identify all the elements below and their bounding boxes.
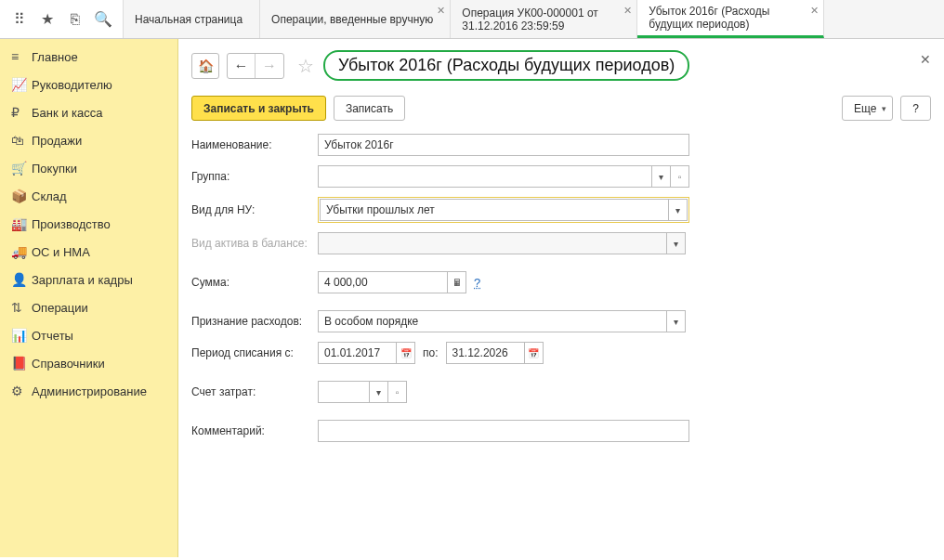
sidebar-item-main[interactable]: ≡Главное	[0, 43, 177, 71]
sidebar-item-label: Продажи	[32, 134, 82, 148]
sidebar-item-purchases[interactable]: 🛒Покупки	[0, 154, 177, 182]
form-header: 🏠 ← → ☆ Убыток 2016г (Расходы будущих пе…	[191, 50, 931, 81]
dropdown-icon[interactable]: ▾	[370, 381, 388, 403]
sidebar-item-label: Покупки	[32, 162, 77, 176]
sidebar-item-label: Руководителю	[32, 78, 112, 92]
dropdown-icon: ▾	[667, 232, 686, 254]
dropdown-icon[interactable]: ▾	[652, 165, 671, 188]
rec-input[interactable]: В особом порядке	[318, 310, 667, 332]
vidnu-input[interactable]: Убытки прошлых лет	[320, 199, 669, 221]
tab-label: Операция УК00-000001 от 31.12.2016 23:59…	[462, 7, 620, 33]
apps-icon[interactable]: ⠿	[7, 7, 32, 32]
close-icon[interactable]: ✕	[623, 4, 632, 17]
sidebar-item-reports[interactable]: 📊Отчеты	[0, 321, 177, 349]
sidebar-item-label: Операции	[32, 301, 88, 315]
sidebar-item-operations[interactable]: ⇅Операции	[0, 293, 177, 321]
top-toolbar: ⠿ ★ ⎘ 🔍 Начальная страница Операции, вве…	[0, 0, 944, 39]
sum-help-link[interactable]: ?	[474, 276, 480, 290]
favorite-star-icon[interactable]: ☆	[297, 55, 314, 77]
factory-icon: 🏭	[11, 216, 32, 231]
calculator-icon[interactable]: 🖩	[448, 271, 466, 293]
asset-label: Вид актива в балансе:	[191, 237, 318, 250]
cart-icon: 🛒	[11, 161, 32, 176]
sidebar-item-manager[interactable]: 📈Руководителю	[0, 71, 177, 98]
sidebar-item-label: Склад	[32, 189, 67, 203]
sidebar-item-production[interactable]: 🏭Производство	[0, 210, 177, 238]
acct-input[interactable]	[318, 381, 370, 403]
name-input[interactable]: Убыток 2016г	[318, 134, 689, 156]
sum-label: Сумма:	[191, 276, 318, 289]
back-button[interactable]: ←	[228, 54, 256, 78]
comment-input[interactable]	[318, 420, 689, 442]
book-icon: 📕	[11, 356, 32, 371]
tab-home[interactable]: Начальная страница	[124, 0, 260, 38]
sidebar-item-label: Администрирование	[32, 384, 147, 398]
tab-label: Операции, введенные вручную	[271, 13, 433, 26]
sidebar-item-label: Банк и касса	[32, 106, 103, 120]
more-button[interactable]: Еще	[842, 96, 893, 121]
truck-icon: 🚚	[11, 244, 32, 259]
sidebar-item-bank[interactable]: ₽Банк и касса	[0, 98, 177, 126]
calendar-icon[interactable]: 📅	[397, 342, 415, 364]
star-icon[interactable]: ★	[35, 7, 59, 32]
person-icon: 👤	[11, 272, 32, 287]
ruble-icon: ₽	[11, 105, 32, 120]
sidebar-item-label: ОС и НМА	[32, 245, 90, 259]
sidebar-item-label: Зарплата и кадры	[32, 273, 133, 287]
gear-icon: ⚙	[11, 384, 32, 398]
close-icon[interactable]: ✕	[810, 4, 819, 17]
acct-label: Счет затрат:	[191, 385, 318, 398]
sidebar-item-catalogs[interactable]: 📕Справочники	[0, 349, 177, 377]
save-and-close-button[interactable]: Записать и закрыть	[191, 96, 326, 121]
barchart-icon: 📊	[11, 328, 32, 343]
save-button[interactable]: Записать	[334, 96, 405, 121]
dropdown-icon[interactable]: ▾	[669, 199, 688, 221]
nav-buttons: ← →	[227, 53, 284, 79]
box-icon: 📦	[11, 189, 32, 203]
name-label: Наименование:	[191, 138, 318, 151]
sidebar-item-warehouse[interactable]: 📦Склад	[0, 182, 177, 210]
clipboard-icon[interactable]: ⎘	[63, 7, 87, 32]
sidebar-item-assets[interactable]: 🚚ОС и НМА	[0, 238, 177, 266]
period-to-input[interactable]: 31.12.2026	[446, 342, 525, 364]
open-icon[interactable]: ▫	[671, 165, 689, 188]
sidebar-item-admin[interactable]: ⚙Администрирование	[0, 377, 177, 405]
swap-icon: ⇅	[11, 300, 32, 315]
open-icon[interactable]: ▫	[388, 381, 407, 403]
tool-icons: ⠿ ★ ⎘ 🔍	[0, 0, 124, 38]
sidebar-item-hr[interactable]: 👤Зарплата и кадры	[0, 266, 177, 293]
forward-button[interactable]: →	[256, 54, 283, 78]
tab-label: Убыток 2016г (Расходы будущих периодов)	[649, 5, 806, 31]
vidnu-label: Вид для НУ:	[191, 203, 318, 216]
rec-label: Признание расходов:	[191, 315, 318, 328]
bag-icon: 🛍	[11, 133, 32, 148]
form-body: Наименование: Убыток 2016г Группа: ▾ ▫ В…	[191, 134, 916, 442]
period-label: Период списания с:	[191, 346, 318, 359]
close-icon[interactable]: ✕	[437, 4, 445, 17]
tab-label: Начальная страница	[135, 13, 243, 26]
help-button[interactable]: ?	[900, 96, 931, 121]
period-to-label: по:	[423, 346, 439, 359]
page-title: Убыток 2016г (Расходы будущих периодов)	[323, 50, 689, 81]
calendar-icon[interactable]: 📅	[525, 342, 544, 364]
sidebar-item-label: Главное	[32, 50, 78, 64]
group-input[interactable]	[318, 165, 652, 188]
sidebar-item-sales[interactable]: 🛍Продажи	[0, 126, 177, 154]
group-label: Группа:	[191, 170, 318, 183]
asset-input	[318, 232, 667, 254]
home-button[interactable]: 🏠	[191, 53, 219, 79]
sidebar: ≡Главное 📈Руководителю ₽Банк и касса 🛍Пр…	[0, 39, 178, 557]
sum-input[interactable]: 4 000,00	[318, 271, 448, 293]
period-from-input[interactable]: 01.01.2017	[318, 342, 397, 364]
sidebar-item-label: Справочники	[32, 357, 105, 371]
command-bar: Записать и закрыть Записать Еще ?	[191, 96, 931, 121]
dropdown-icon[interactable]: ▾	[667, 310, 686, 332]
search-icon[interactable]: 🔍	[91, 7, 115, 32]
tabs: Начальная страница Операции, введенные в…	[124, 0, 944, 38]
close-form-button[interactable]: ✕	[920, 52, 931, 67]
tab-op-uk00[interactable]: Операция УК00-000001 от 31.12.2016 23:59…	[451, 0, 637, 38]
chart-icon: 📈	[11, 77, 32, 92]
tab-loss-2016[interactable]: Убыток 2016г (Расходы будущих периодов)✕	[637, 0, 824, 38]
comment-label: Комментарий:	[191, 424, 318, 437]
tab-ops-manual[interactable]: Операции, введенные вручную✕	[260, 0, 451, 38]
